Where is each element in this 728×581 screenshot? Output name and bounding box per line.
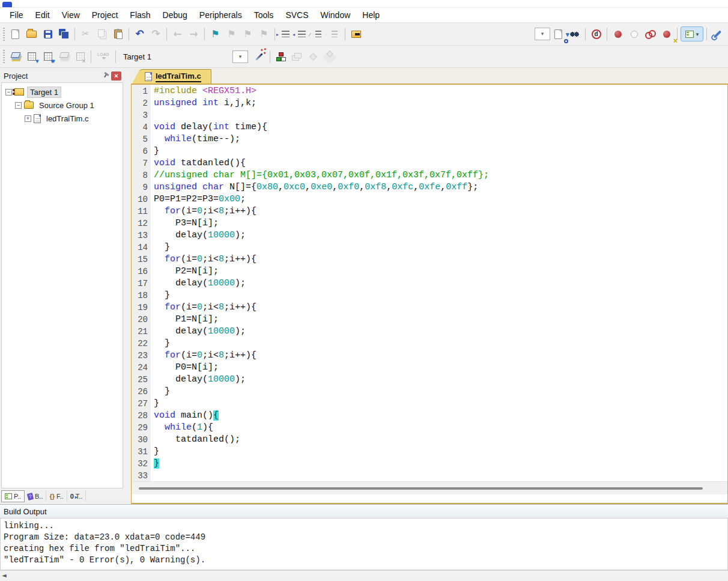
find-next-button[interactable]: ▾ <box>567 26 582 41</box>
tab-project[interactable]: P.. <box>1 490 25 502</box>
code-token: 0xe0 <box>311 182 332 192</box>
document-icon <box>554 29 562 39</box>
line-number: 9 <box>132 181 148 193</box>
hscrollbar-thumb[interactable] <box>139 487 703 490</box>
paste-icon <box>114 29 122 38</box>
code-token: P0=P1=P2=P3= <box>154 194 219 204</box>
bookmark-prev-button[interactable]: ⚑ <box>224 26 239 41</box>
comment-button[interactable]: ⁄ <box>311 26 326 41</box>
code-line: P2=N[i]; <box>154 266 727 278</box>
code-token: 0xff <box>446 182 467 192</box>
menu-item-tools[interactable]: Tools <box>248 8 280 22</box>
manage-project-items-button[interactable] <box>273 49 288 64</box>
build-output-hscrollbar[interactable]: ◄ <box>0 570 728 580</box>
menu-item-help[interactable]: Help <box>356 8 386 22</box>
menu-item-peripherals[interactable]: Peripherals <box>193 8 248 22</box>
tab-functions[interactable]: {}F.. <box>46 491 67 502</box>
pin-icon[interactable] <box>100 71 111 81</box>
vertical-splitter[interactable] <box>124 68 131 504</box>
menu-item-view[interactable]: View <box>56 8 86 22</box>
tree-item-label[interactable]: Target 1 <box>27 87 61 98</box>
load-icon: LOAD ▾▾ <box>97 52 109 61</box>
breakpoint-insert-button[interactable] <box>610 26 625 41</box>
find-in-document-button[interactable] <box>551 26 566 41</box>
rebuild-button[interactable]: ▾▾ <box>40 49 55 64</box>
save-all-button[interactable] <box>56 26 71 41</box>
expander-icon[interactable]: + <box>25 115 31 122</box>
pack-diamond-button[interactable] <box>306 49 321 64</box>
copy-button[interactable] <box>94 26 109 41</box>
code-lines[interactable]: #include <REGX51.H>unsigned int i,j,k; v… <box>151 85 727 481</box>
undo-button[interactable]: ↶ <box>132 26 147 41</box>
toolbar-grip[interactable] <box>3 28 5 41</box>
save-button[interactable] <box>40 26 55 41</box>
redo-button[interactable]: ↷ <box>148 26 163 41</box>
tree-item-source-group[interactable]: − Source Group 1 <box>15 99 123 112</box>
toolbar-grip[interactable] <box>3 50 5 63</box>
chevron-down-icon: ▾ <box>239 54 242 59</box>
target-select[interactable]: Target 1 <box>118 50 232 63</box>
breakpoint-disable-all-button[interactable] <box>643 26 658 41</box>
batch-build-button[interactable] <box>56 49 71 64</box>
window-stack-button[interactable] <box>290 49 305 64</box>
code-token: }; <box>467 182 478 192</box>
menu-item-edit[interactable]: Edit <box>29 8 56 22</box>
expander-icon[interactable]: − <box>15 102 22 109</box>
tree-item-label[interactable]: Source Group 1 <box>37 100 97 111</box>
bookmark-next-button[interactable]: ⚑ <box>240 26 255 41</box>
find-in-files-button[interactable] <box>348 26 363 41</box>
bookmark-clear-button[interactable]: ⚑ <box>256 26 271 41</box>
build-button[interactable]: ▾ <box>24 49 39 64</box>
menu-item-svcs[interactable]: SVCS <box>279 8 314 22</box>
code-line: #include <REGX51.H> <box>154 85 727 97</box>
code-line: while(1){ <box>154 422 727 434</box>
build-log-line: creating hex file from "ledTraiTim"... <box>4 543 724 555</box>
incremental-find-button[interactable]: d <box>589 26 604 41</box>
breakpoint-enable-button[interactable] <box>626 26 642 41</box>
code-token: , <box>440 182 446 192</box>
unindent-button[interactable]: ◂ <box>294 26 309 41</box>
code-token: (i= <box>181 254 197 264</box>
multi-pack-button[interactable] <box>322 49 337 64</box>
find-combo[interactable]: ▾ <box>535 28 550 40</box>
document-tab[interactable]: ledTraiTim.c <box>139 69 211 84</box>
breakpoint-kill-all-button[interactable]: × <box>659 26 674 41</box>
window-layout-button[interactable]: ▾ <box>681 26 703 41</box>
navigate-back-button[interactable]: ← <box>170 26 185 41</box>
cut-button[interactable]: ✂ <box>78 26 93 41</box>
menu-item-flash[interactable]: Flash <box>124 8 156 22</box>
menu-item-debug[interactable]: Debug <box>157 8 193 22</box>
stop-build-button[interactable]: × <box>73 49 88 64</box>
options-for-target-button[interactable] <box>252 49 267 64</box>
tree-item-target[interactable]: − Target 1 <box>5 85 123 99</box>
code-editor[interactable]: 1234567891011121314151617181920212223242… <box>132 85 727 481</box>
expander-icon[interactable]: − <box>5 89 12 96</box>
paste-button[interactable] <box>111 26 126 41</box>
navigate-forward-button[interactable]: → <box>186 26 201 41</box>
code-token: 0 <box>197 302 202 312</box>
translate-button[interactable] <box>8 49 23 64</box>
tab-books[interactable]: ?B.. <box>25 491 46 502</box>
editor-hscrollbar[interactable] <box>132 481 727 494</box>
project-tree[interactable]: − Target 1 − Source Group 1 + ledTraiTim… <box>1 82 123 488</box>
code-token <box>197 182 202 192</box>
close-panel-button[interactable]: × <box>111 71 121 81</box>
tab-templates[interactable]: 0T.. <box>67 491 86 502</box>
new-file-button[interactable] <box>8 26 23 41</box>
file-toolbar: ✂ ↶ ↷ ← → ⚑ ⚑ ⚑ ⚑ ▸ ◂ ⁄ ⁄ ▾ ▾ d × ▾ <box>0 23 728 46</box>
build-log-line: linking... <box>4 520 724 532</box>
tree-item-source-file[interactable]: + ledTraiTim.c <box>25 112 123 125</box>
menu-item-project[interactable]: Project <box>86 8 124 22</box>
configure-button[interactable] <box>710 26 725 41</box>
uncomment-slash: ⁄ <box>326 32 327 37</box>
indent-button[interactable]: ▸ <box>278 26 293 41</box>
open-file-button[interactable] <box>24 26 39 41</box>
menu-item-file[interactable]: File <box>4 8 29 22</box>
menu-item-window[interactable]: Window <box>315 8 357 22</box>
tree-item-label[interactable]: ledTraiTim.c <box>44 114 91 124</box>
target-select-dropdown[interactable]: ▾ <box>232 50 248 63</box>
uncomment-button[interactable]: ⁄ <box>327 26 342 41</box>
download-button[interactable]: LOAD ▾▾ <box>94 49 112 64</box>
bookmark-toggle-button[interactable]: ⚑ <box>208 26 223 41</box>
line-number: 8 <box>132 169 148 181</box>
